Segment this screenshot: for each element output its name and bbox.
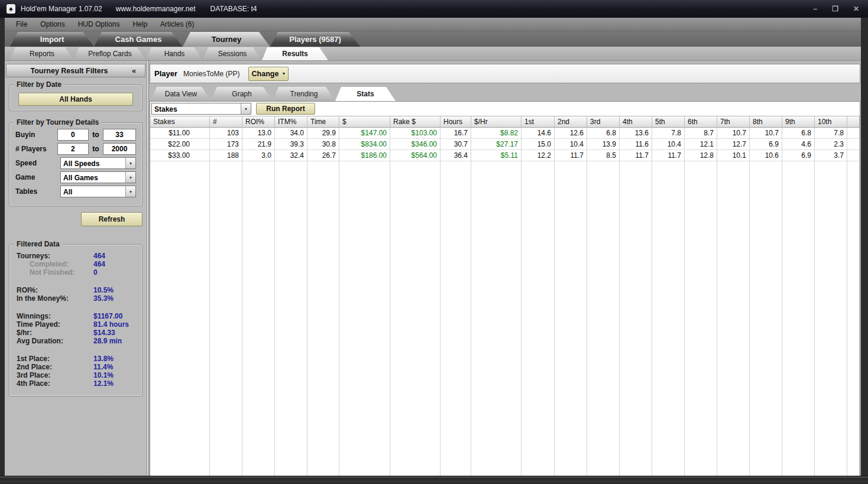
chevron-down-icon[interactable]: ▼ — [125, 186, 135, 197]
column-header[interactable]: 10th — [815, 116, 847, 128]
speed-select-value: All Speeds — [61, 158, 125, 168]
column-header[interactable]: 2nd — [555, 116, 587, 128]
table-cell: 12.8 — [685, 150, 717, 161]
tab-results[interactable]: Results — [262, 47, 328, 60]
tab-preflop-cards[interactable]: Preflop Cards — [74, 47, 146, 60]
table-cell: $346.00 — [390, 139, 441, 150]
buyin-from-field[interactable]: 0 — [57, 129, 89, 141]
table-row[interactable]: $22.0017321.939.330.8$834.00$346.0030.7$… — [150, 139, 860, 150]
maximize-icon[interactable]: ❐ — [832, 5, 838, 13]
main-tab-bar: Import Cash Games Tourney Players (9587) — [5, 31, 861, 47]
game-select[interactable]: All Games ▼ — [60, 171, 136, 183]
tables-select-value: All — [61, 186, 125, 197]
change-player-button[interactable]: Change ▼ — [248, 67, 289, 81]
table-cell: 16.7 — [441, 128, 471, 139]
table-cell: 11.7 — [652, 150, 685, 161]
column-header[interactable]: $ — [339, 116, 390, 128]
tab-import[interactable]: Import — [10, 32, 94, 47]
buyin-label: Buyin — [15, 131, 57, 139]
title-bar: ♠ Hold'em Manager 1.07.02 www.holdemmana… — [0, 0, 868, 18]
menu-file[interactable]: File — [9, 20, 34, 28]
column-header[interactable]: Stakes — [150, 116, 210, 128]
players-to-word: to — [89, 145, 103, 153]
refresh-button[interactable]: Refresh — [81, 212, 142, 226]
table-row[interactable]: $11.0010313.034.029.9$147.00$103.0016.7$… — [150, 128, 860, 139]
minimize-icon[interactable]: – — [813, 5, 817, 13]
filtered-stat-value: $1167.00 — [93, 312, 122, 320]
tab-data-view[interactable]: Data View — [151, 87, 211, 101]
tab-hands[interactable]: Hands — [146, 47, 203, 60]
tab-trending[interactable]: Trending — [273, 87, 335, 101]
filter-sidebar: Tourney Result Filters « Filter by Date … — [5, 61, 147, 476]
column-header[interactable]: 7th — [717, 116, 750, 128]
close-icon[interactable]: ✕ — [853, 5, 859, 13]
column-header[interactable]: ROI% — [242, 116, 275, 128]
table-cell: $834.00 — [339, 139, 390, 150]
table-cell: 8.7 — [685, 128, 717, 139]
filter-by-date-label: Filter by Date — [14, 80, 64, 89]
tab-cash-games[interactable]: Cash Games — [94, 32, 183, 47]
tab-reports[interactable]: Reports — [10, 47, 74, 60]
column-header[interactable]: ITM% — [275, 116, 307, 128]
chevron-down-icon[interactable]: ▼ — [125, 172, 135, 183]
players-from-field[interactable]: 2 — [57, 143, 89, 155]
column-header[interactable]: 9th — [782, 116, 815, 128]
table-cell: 30.8 — [307, 139, 339, 150]
filtered-data-section: Tourneys:464Completed:464Not Finished:0 — [17, 252, 140, 277]
menu-articles[interactable]: Articles (6) — [154, 20, 200, 28]
filtered-stat-row: Tourneys:464 — [17, 252, 140, 260]
buyin-to-field[interactable]: 33 — [103, 129, 136, 141]
tab-sessions[interactable]: Sessions — [203, 47, 262, 60]
menu-options[interactable]: Options — [34, 20, 71, 28]
tab-tourney[interactable]: Tourney — [183, 32, 270, 47]
tables-select[interactable]: All ▼ — [60, 186, 136, 197]
column-header[interactable]: Time — [307, 116, 339, 128]
chevron-down-icon[interactable]: ▼ — [125, 158, 135, 168]
menu-help[interactable]: Help — [126, 20, 154, 28]
filtered-stat-label: Time Played: — [17, 320, 93, 329]
tab-stats[interactable]: Stats — [335, 87, 396, 101]
table-cell: 13.0 — [242, 128, 275, 139]
speed-select[interactable]: All Speeds ▼ — [60, 157, 136, 169]
table-row[interactable]: $33.001883.032.426.7$186.00$564.0036.4$5… — [150, 150, 860, 161]
table-empty-cell — [685, 161, 717, 476]
window-bottom-border — [0, 476, 868, 484]
filtered-data-group: Filtered Data Tourneys:464Completed:464N… — [9, 244, 142, 397]
filtered-stat-row: Avg Duration:28.9 min — [17, 337, 140, 345]
table-cell: 12.1 — [685, 139, 717, 150]
column-header[interactable]: Rake $ — [390, 116, 441, 128]
filtered-stat-row: ROI%:10.5% — [17, 286, 140, 294]
tab-graph[interactable]: Graph — [211, 87, 273, 101]
menu-hud-options[interactable]: HUD Options — [72, 20, 127, 28]
all-hands-button[interactable]: All Hands — [18, 93, 133, 106]
report-type-select[interactable]: Stakes ▼ — [151, 103, 251, 115]
buyin-to-word: to — [89, 131, 103, 139]
filtered-stat-row: $/hr:$14.33 — [17, 329, 140, 337]
column-header[interactable]: 6th — [685, 116, 717, 128]
table-empty-cell — [750, 161, 782, 476]
column-header[interactable]: 4th — [620, 116, 652, 128]
filtered-stat-value: 10.1% — [93, 371, 114, 379]
filtered-stat-value: 35.3% — [93, 294, 114, 303]
collapse-icon[interactable]: « — [132, 66, 145, 75]
filtered-stat-value: 0 — [93, 268, 98, 277]
run-report-button[interactable]: Run Report — [256, 103, 315, 115]
filter-by-details-label: Filter by Tourney Details — [14, 118, 102, 126]
sidebar-header: Tourney Result Filters « — [6, 64, 145, 77]
chevron-down-icon[interactable]: ▼ — [241, 103, 251, 114]
filtered-stat-label: $/hr: — [17, 329, 93, 337]
column-header[interactable]: 3rd — [587, 116, 620, 128]
table-cell: 32.4 — [275, 150, 307, 161]
table-cell: 6.8 — [587, 128, 620, 139]
tab-players[interactable]: Players (9587) — [270, 32, 360, 47]
column-header[interactable]: Hours — [441, 116, 471, 128]
column-header[interactable]: # — [210, 116, 242, 128]
column-header[interactable]: 8th — [750, 116, 782, 128]
table-cell — [847, 139, 860, 150]
column-header[interactable]: $/Hr — [471, 116, 522, 128]
column-header[interactable]: 1st — [522, 116, 555, 128]
table-cell: 3.7 — [815, 150, 847, 161]
column-header[interactable]: 5th — [652, 116, 685, 128]
players-to-field[interactable]: 2000 — [103, 143, 136, 155]
table-cell: 13.6 — [620, 128, 652, 139]
